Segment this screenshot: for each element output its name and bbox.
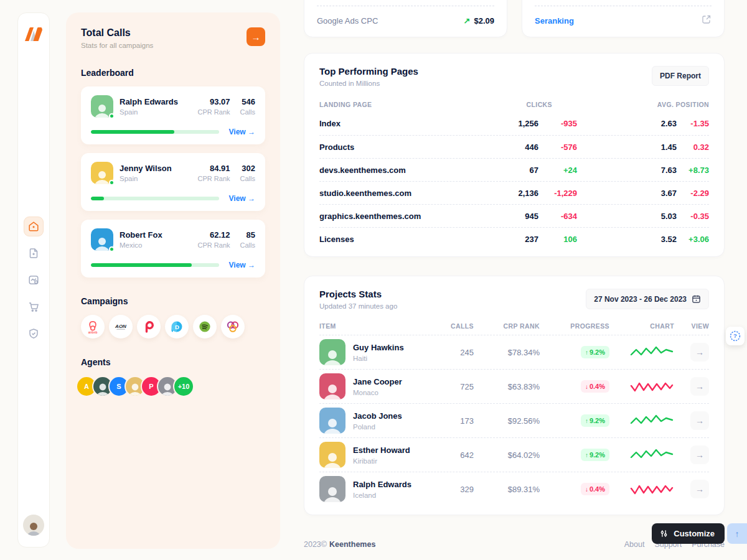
pages-table-row[interactable]: graphics.keenthemes.com 945 -634 5.03 -0… (319, 204, 709, 227)
arrow-right-icon: → (695, 347, 704, 357)
sparkline-chart (629, 481, 674, 497)
project-row[interactable]: Guy Hawkins Haiti 245 $78.34% 9.2% (319, 335, 709, 369)
customize-button[interactable]: Customize (652, 523, 725, 544)
leader-rank-label: CPR Rank (198, 108, 230, 116)
chart-settings-icon (27, 274, 40, 286)
footer-link[interactable]: About (624, 540, 645, 549)
clipped-row (317, 0, 494, 6)
project-member-country: Monaco (353, 389, 402, 396)
date-range-button[interactable]: 27 Nov 2023 - 26 Dec 2023 (586, 289, 709, 309)
leader-avatar (91, 228, 113, 251)
file-plus-icon (27, 247, 40, 259)
pages-card-title: Top Performing Pages (319, 66, 418, 77)
clicks-delta: +24 (538, 166, 577, 175)
rail-item-cart[interactable] (24, 297, 44, 317)
progress-badge: 0.4% (581, 483, 609, 495)
leaderboard-card[interactable]: Jenny Wilson Spain 84.91 CPR Rank 302 Ca… (81, 153, 265, 211)
avg-position-delta: -2.29 (677, 189, 709, 198)
campaigns-heading: Campaigns (81, 296, 265, 306)
project-member-country: Iceland (353, 492, 411, 499)
leader-calls-value: 302 (240, 164, 255, 173)
external-link-icon[interactable] (702, 14, 712, 27)
top-performing-pages-card: Top Performing Pages Counted in Millions… (304, 53, 725, 257)
project-row[interactable]: Esther Howard Kiribatir 642 $64.02% 9.2% (319, 437, 709, 472)
leader-calls-value: 85 (240, 230, 255, 240)
project-calls: 725 (434, 382, 474, 391)
rail-item-chart-settings[interactable] (24, 270, 44, 290)
project-row[interactable]: Ralph Edwards Iceland 329 $89.31% 0.4% (319, 472, 709, 506)
project-row[interactable]: Jane Cooper Monaco 725 $63.83% 0.4% (319, 369, 709, 403)
projects-table-body: Guy Hawkins Haiti 245 $78.34% 9.2% (319, 335, 709, 506)
leaderboard-list: Ralph Edwards Spain 93.07 CPR Rank 546 C… (81, 86, 265, 278)
project-view-button[interactable]: → (690, 480, 709, 498)
clicks-delta: -935 (538, 119, 577, 128)
project-member-name: Guy Hawkins (353, 343, 404, 352)
scroll-to-top-button[interactable]: ↑ (727, 523, 747, 544)
landing-page-name: Licenses (319, 235, 494, 244)
avg-position-value: 2.63 (646, 119, 677, 128)
leader-avatar (91, 95, 113, 118)
project-member-name: Jane Cooper (353, 377, 402, 386)
leader-view-link[interactable]: View → (229, 261, 255, 269)
sparkline-chart (629, 447, 674, 463)
leader-calls-value: 546 (240, 97, 255, 106)
keenthemes-link[interactable]: Keenthemes (329, 540, 375, 549)
arrow-right-icon: → (695, 484, 704, 494)
campaign-logo[interactable]: airbnb AON D (137, 315, 161, 338)
project-view-button[interactable]: → (690, 411, 709, 430)
projects-card-title: Projects Stats (319, 289, 397, 299)
picsart-icon (142, 320, 156, 334)
panel-expand-button[interactable]: → (247, 27, 265, 46)
agent-label: A (84, 383, 89, 390)
leader-rank-value: 84.91 (198, 164, 230, 173)
leader-name: Robert Fox (120, 230, 162, 240)
campaign-logo[interactable]: airbnb AON D (81, 315, 105, 338)
app-logo[interactable] (23, 26, 44, 45)
shield-check-icon (27, 327, 40, 340)
rail-item-home[interactable] (24, 217, 44, 236)
leaderboard-card[interactable]: Robert Fox Mexico 62.12 CPR Rank 85 Call… (81, 220, 265, 278)
help-button[interactable]: ? (726, 327, 745, 345)
leader-view-link[interactable]: View → (229, 128, 255, 136)
campaign-logo[interactable]: airbnb AON D (193, 315, 217, 338)
seranking-link[interactable]: Seranking (535, 16, 574, 26)
pages-table-row[interactable]: Index 1,256 -935 2.63 -1.35 (319, 112, 709, 135)
clicks-value: 237 (494, 235, 538, 244)
pages-table-row[interactable]: devs.keenthemes.com 67 +24 7.63 +8.73 (319, 158, 709, 181)
agent-avatar[interactable]: +10 (173, 376, 194, 397)
rail-item-shield[interactable] (24, 324, 44, 343)
progress-value: 0.4% (590, 383, 605, 390)
project-view-button[interactable]: → (690, 343, 709, 362)
project-member-name: Ralph Edwards (353, 480, 411, 489)
avg-position-delta: +3.06 (677, 235, 709, 244)
project-view-button[interactable]: → (690, 446, 709, 464)
pages-table-row[interactable]: studio.keenthemes.com 2,136 -1,229 3.67 … (319, 181, 709, 204)
project-row[interactable]: Jacob Jones Poland 173 $92.56% 9.2% (319, 403, 709, 437)
campaign-logo[interactable]: airbnb AON D (221, 315, 245, 338)
landing-page-name: Index (319, 119, 494, 128)
pages-table-row[interactable]: Products 446 -576 1.45 0.32 (319, 135, 709, 158)
project-member-country: Poland (353, 423, 402, 431)
user-avatar[interactable] (23, 515, 44, 536)
pdf-report-button[interactable]: PDF Report (652, 66, 709, 86)
project-calls: 173 (434, 416, 474, 426)
project-view-button[interactable]: → (690, 377, 709, 396)
leader-calls-label: Calls (240, 108, 255, 116)
dashboard-root: Total Calls Stats for all campaigns → Le… (0, 0, 747, 560)
leader-rank-label: CPR Rank (198, 175, 230, 182)
project-member-name: Esther Howard (353, 446, 410, 455)
leader-country: Spain (120, 175, 172, 182)
clicks-value: 1,256 (494, 119, 538, 128)
campaign-logo[interactable]: airbnb AON D (165, 315, 189, 338)
clipped-row (535, 0, 712, 6)
leaderboard-card[interactable]: Ralph Edwards Spain 93.07 CPR Rank 546 C… (81, 86, 265, 144)
trefoil-icon (225, 319, 240, 334)
leader-rank-value: 93.07 (198, 97, 230, 106)
project-member-avatar (319, 408, 345, 434)
campaign-logo[interactable]: airbnb AON D (109, 315, 133, 338)
rail-item-file-plus[interactable] (24, 243, 44, 263)
arrow-right-icon: → (695, 450, 704, 460)
leader-view-link[interactable]: View → (229, 194, 255, 203)
leader-progress-bar (91, 130, 219, 134)
pages-table-row[interactable]: Licenses 237 106 3.52 +3.06 (319, 227, 709, 250)
